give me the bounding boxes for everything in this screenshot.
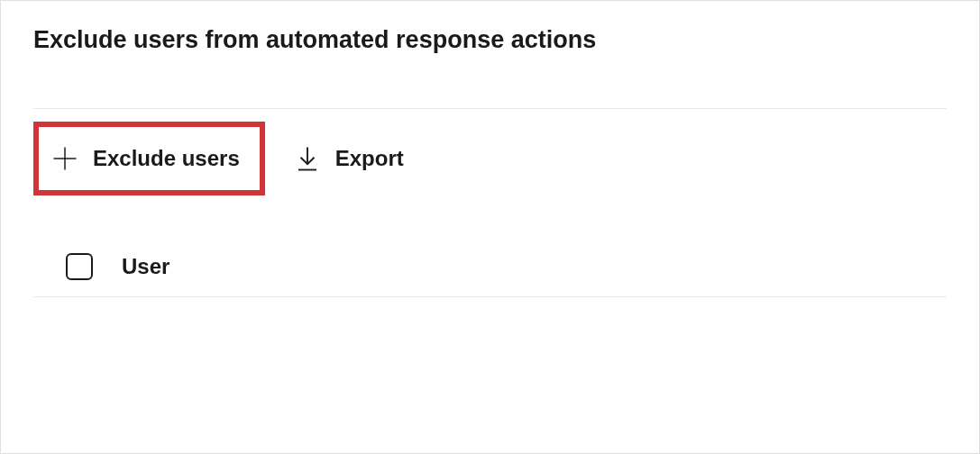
plus-icon <box>51 145 78 172</box>
exclude-users-label: Exclude users <box>93 146 240 171</box>
select-all-checkbox[interactable] <box>66 253 93 280</box>
export-label: Export <box>335 146 404 171</box>
table-header: User <box>33 239 947 297</box>
export-button[interactable]: Export <box>281 134 422 183</box>
toolbar: Exclude users Export <box>33 108 947 212</box>
column-header-user: User <box>122 254 169 279</box>
page-title: Exclude users from automated response ac… <box>33 26 947 54</box>
exclude-users-button[interactable]: Exclude users <box>33 122 265 195</box>
download-icon <box>294 145 321 172</box>
